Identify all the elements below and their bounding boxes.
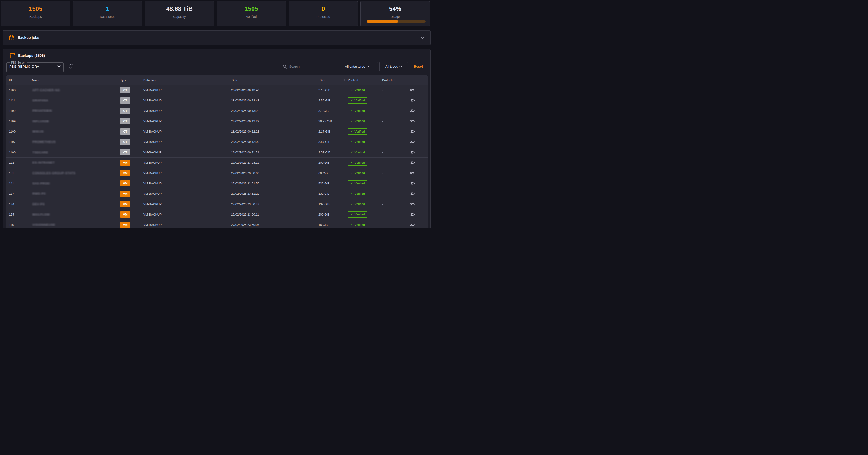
cell-actions: [405, 98, 428, 102]
datastore-filter-dropdown[interactable]: All datastores: [338, 62, 378, 71]
column-header-type[interactable]: Type: [117, 79, 140, 82]
column-header-datastore[interactable]: Datastore: [140, 79, 228, 82]
cell-id: 125: [6, 213, 29, 216]
column-header-verified[interactable]: Verified: [344, 79, 379, 82]
column-header-date[interactable]: Date: [228, 79, 316, 82]
cell-name: PROMETHEUS: [29, 140, 117, 144]
column-header-id[interactable]: ID: [6, 79, 29, 82]
cell-type: VM: [117, 170, 140, 176]
table-row: 1100 WIKIJS CT VM-BACKUP 28/02/2026 00:1…: [6, 126, 428, 136]
backup-jobs-panel-header[interactable]: Backup jobs: [2, 30, 431, 45]
type-filter-dropdown[interactable]: All types: [379, 62, 408, 71]
cell-date: 27/02/2026 23:51:50: [228, 182, 316, 185]
check-icon: ✓: [350, 202, 353, 206]
cell-type: VM: [117, 190, 140, 197]
type-badge: CT: [120, 139, 130, 145]
stat-value-backups: 1505: [1, 5, 70, 12]
pbs-backup-dashboard: 1505 Backups 1 Datastores 48.68 TiB Capa…: [0, 1, 434, 228]
cell-id: 151: [6, 172, 29, 175]
cell-id: 1103: [6, 88, 29, 92]
cell-id: 1100: [6, 130, 29, 133]
column-header-protected[interactable]: Protected: [379, 79, 405, 82]
cell-verified: ✓Verified: [344, 97, 379, 103]
cell-actions: [405, 192, 428, 195]
cell-verified: ✓Verified: [344, 87, 379, 93]
table-row: 125 MAILFLOW VM VM-BACKUP 27/02/2026 23:…: [6, 209, 428, 219]
search-input[interactable]: [289, 65, 333, 68]
view-backup-button[interactable]: [409, 119, 415, 123]
verified-badge: ✓Verified: [348, 190, 368, 197]
cell-verified: ✓Verified: [344, 108, 379, 114]
chevron-down-icon: [368, 66, 371, 67]
cell-verified: ✓Verified: [344, 222, 379, 228]
verified-badge: ✓Verified: [348, 128, 368, 134]
redacted-backup-name: SAS-PROD: [32, 182, 50, 185]
redacted-backup-name: TSDCARE: [32, 151, 48, 154]
view-backup-button[interactable]: [409, 140, 415, 144]
column-header-name[interactable]: Name: [29, 79, 117, 82]
view-backup-button[interactable]: [409, 213, 415, 216]
view-backup-button[interactable]: [409, 202, 415, 206]
verified-badge: ✓Verified: [348, 149, 368, 155]
cell-name: VISIONNEUSE: [29, 223, 117, 226]
view-backup-button[interactable]: [409, 161, 415, 164]
cell-datastore: VM-BACKUP: [140, 88, 228, 92]
redacted-backup-name: APT-CACHER-NG: [32, 88, 60, 92]
backups-panel-title-row: Backups (1505): [9, 53, 430, 59]
pbs-server-select[interactable]: PBS Server PBS-REPLIC-GRA: [6, 61, 64, 72]
check-icon: ✓: [350, 119, 353, 123]
stat-card-capacity: 48.68 TiB Capacity: [145, 1, 214, 26]
cell-type: VM: [117, 222, 140, 228]
verified-badge: ✓Verified: [348, 87, 368, 93]
view-backup-button[interactable]: [409, 181, 415, 185]
view-backup-button[interactable]: [409, 192, 415, 195]
table-row: 1109 INFLUXDB CT VM-BACKUP 28/02/2026 00…: [6, 116, 428, 126]
cell-id: 1106: [6, 151, 29, 154]
view-backup-button[interactable]: [409, 109, 415, 113]
table-header-row: IDNameTypeDatastoreDateSizeVerifiedProte…: [6, 75, 428, 85]
eye-icon: [409, 161, 415, 164]
cell-protected: -: [379, 182, 405, 185]
redacted-backup-name: PROMETHEUS: [32, 140, 56, 144]
cell-size: 2.57 GiB: [316, 151, 344, 154]
eye-icon: [409, 181, 415, 185]
type-badge: CT: [120, 128, 130, 134]
cell-date: 27/02/2026 23:50:07: [228, 223, 316, 226]
table-row: 1102 PRIVATEBIN CT VM-BACKUP 28/02/2026 …: [6, 105, 428, 116]
cell-date: 28/02/2026 00:13:22: [228, 109, 316, 113]
cell-date: 27/02/2026 23:51:22: [228, 192, 316, 195]
refresh-button[interactable]: [67, 63, 74, 70]
view-backup-button[interactable]: [409, 223, 415, 227]
verified-badge: ✓Verified: [348, 108, 368, 114]
view-backup-button[interactable]: [409, 98, 415, 102]
cell-size: 2.17 GiB: [316, 130, 344, 133]
cell-type: CT: [117, 128, 140, 134]
reset-button[interactable]: Reset: [409, 62, 427, 71]
view-backup-button[interactable]: [409, 171, 415, 175]
view-backup-button[interactable]: [409, 150, 415, 154]
type-badge: VM: [120, 159, 130, 166]
cell-verified: ✓Verified: [344, 211, 379, 218]
cell-actions: [405, 202, 428, 206]
column-header-size[interactable]: Size: [316, 79, 344, 82]
type-badge: VM: [120, 170, 130, 176]
redacted-backup-name: PRIVATEBIN: [32, 109, 52, 113]
cell-actions: [405, 181, 428, 185]
view-backup-button[interactable]: [409, 88, 415, 92]
cell-name: WIKIJS: [29, 130, 117, 133]
verified-badge: ✓Verified: [348, 222, 368, 228]
cell-name: DEV-PS: [29, 203, 117, 206]
cell-type: CT: [117, 87, 140, 93]
cell-verified: ✓Verified: [344, 201, 379, 207]
stat-label-verified: Verified: [217, 15, 286, 19]
chevron-down-icon: [421, 36, 425, 39]
type-badge: CT: [120, 149, 130, 155]
chevron-down-icon: [57, 65, 61, 67]
cell-verified: ✓Verified: [344, 170, 379, 176]
cell-date: 27/02/2026 23:50:43: [228, 203, 316, 206]
redacted-backup-name: ES-INTRANET: [32, 161, 55, 164]
check-icon: ✓: [350, 109, 353, 113]
cell-datastore: VM-BACKUP: [140, 140, 228, 144]
type-badge: VM: [120, 201, 130, 207]
view-backup-button[interactable]: [409, 129, 415, 133]
